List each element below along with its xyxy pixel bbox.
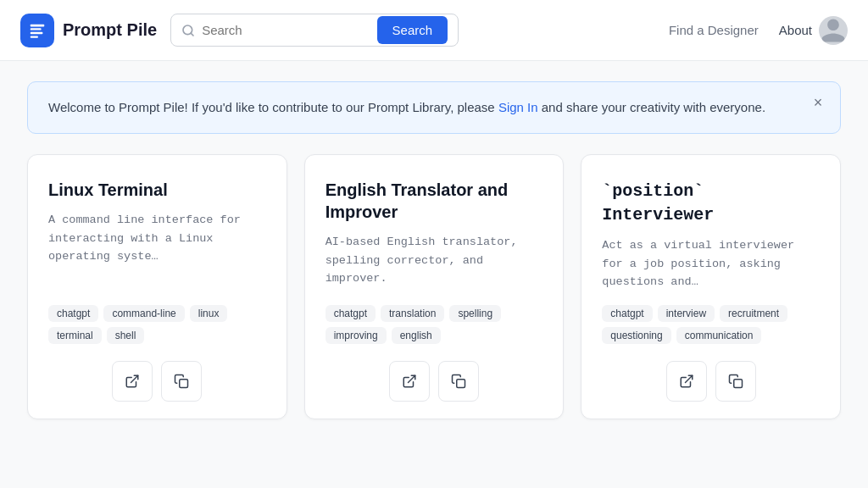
card-actions: [48, 361, 266, 402]
logo-icon: [20, 14, 54, 47]
tag-spelling: spelling: [449, 305, 501, 322]
banner-close-button[interactable]: ×: [808, 92, 828, 113]
svg-line-10: [685, 375, 692, 382]
svg-rect-11: [733, 380, 742, 388]
card-tags: chatgpt translation spelling improving e…: [326, 305, 543, 344]
card-description: A command line interface for interacting…: [48, 211, 266, 291]
tag-english: english: [392, 327, 441, 344]
card-linux-terminal: Linux Terminal A command line interface …: [27, 154, 287, 419]
external-link-icon: [125, 374, 140, 389]
copy-button[interactable]: [715, 361, 756, 402]
banner-text-before: Welcome to Prompt Pile! If you'd like to…: [48, 100, 498, 114]
card-english-translator: English Translator and Improver AI-based…: [304, 154, 565, 419]
svg-line-6: [131, 375, 138, 382]
open-button[interactable]: [666, 361, 707, 402]
open-button[interactable]: [389, 361, 430, 402]
svg-rect-1: [31, 28, 42, 30]
logo-svg: [28, 21, 47, 40]
svg-rect-0: [31, 24, 45, 26]
tag-linux: linux: [190, 305, 228, 322]
cards-grid: Linux Terminal A command line interface …: [0, 154, 868, 440]
tag-chatgpt: chatgpt: [602, 305, 652, 322]
tag-chatgpt: chatgpt: [48, 305, 98, 322]
search-button[interactable]: Search: [377, 16, 448, 44]
logo-text: Prompt Pile: [63, 20, 157, 40]
find-designer-link[interactable]: Find a Designer: [669, 23, 759, 37]
card-title: Linux Terminal: [48, 179, 266, 201]
tag-communication: communication: [676, 327, 762, 344]
card-tags: chatgpt interview recruitment questionin…: [602, 305, 820, 344]
tag-translation: translation: [381, 305, 444, 322]
external-link-icon: [679, 374, 694, 389]
banner-text: Welcome to Prompt Pile! If you'd like to…: [48, 97, 820, 118]
sign-in-link[interactable]: Sign In: [498, 100, 538, 114]
svg-line-5: [191, 33, 193, 36]
about-label: About: [779, 23, 812, 37]
about-area[interactable]: About: [779, 16, 848, 45]
external-link-icon: [402, 374, 417, 389]
card-description: AI-based English translator, spelling co…: [326, 233, 543, 291]
tag-improving: improving: [326, 327, 387, 344]
logo[interactable]: Prompt Pile: [20, 14, 157, 47]
tag-shell: shell: [107, 327, 145, 344]
card-description: Act as a virtual interviewer for a job p…: [602, 236, 820, 291]
open-button[interactable]: [112, 361, 153, 402]
copy-icon: [174, 374, 189, 389]
card-actions: [326, 361, 543, 402]
svg-rect-2: [31, 31, 43, 33]
copy-icon: [728, 374, 743, 389]
tag-interview: interview: [658, 305, 715, 322]
svg-rect-9: [457, 380, 465, 388]
tag-command-line: command-line: [103, 305, 184, 322]
card-title: English Translator and Improver: [326, 179, 543, 223]
svg-line-8: [408, 375, 415, 382]
tag-terminal: terminal: [48, 327, 102, 344]
card-position-interviewer: `position` Interviewer Act as a virtual …: [581, 154, 841, 419]
card-actions: [602, 361, 820, 402]
tag-recruitment: recruitment: [720, 305, 787, 322]
welcome-banner: Welcome to Prompt Pile! If you'd like to…: [27, 81, 841, 134]
banner-text-after: and share your creativity with everyone.: [538, 100, 765, 114]
avatar: [819, 16, 848, 45]
avatar-icon: [819, 16, 848, 45]
svg-rect-7: [180, 380, 188, 388]
tag-chatgpt: chatgpt: [326, 305, 376, 322]
tag-questioning: questioning: [602, 327, 670, 344]
nav-right: Find a Designer About: [669, 16, 848, 45]
copy-button[interactable]: [161, 361, 202, 402]
card-tags: chatgpt command-line linux terminal shel…: [48, 305, 266, 344]
header: Prompt Pile Search Find a Designer About: [0, 0, 868, 61]
copy-button[interactable]: [438, 361, 479, 402]
copy-icon: [451, 374, 466, 389]
search-bar: Search: [170, 14, 459, 47]
svg-rect-3: [31, 36, 38, 37]
card-title: `position` Interviewer: [602, 179, 820, 226]
search-input[interactable]: [202, 14, 370, 46]
search-icon: [181, 24, 195, 37]
